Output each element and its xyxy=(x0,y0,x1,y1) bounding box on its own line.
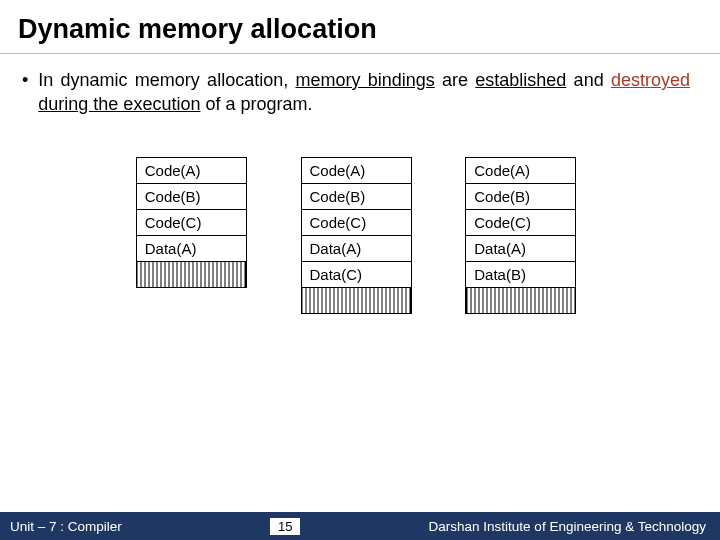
text-lead: In dynamic memory allocation, xyxy=(38,70,295,90)
bullet-item: • In dynamic memory allocation, memory b… xyxy=(22,68,690,117)
free-cell xyxy=(136,261,246,287)
memory-table: Code(A)Code(B)Code(C)Data(A) xyxy=(136,157,247,288)
text-u2: established xyxy=(475,70,566,90)
footer-page-number: 15 xyxy=(270,518,300,535)
memory-cell: Code(B) xyxy=(301,183,411,209)
table-row: Code(C) xyxy=(301,209,411,235)
memory-cell: Code(B) xyxy=(466,183,576,209)
table-row: Code(C) xyxy=(466,209,576,235)
table-row xyxy=(466,287,576,313)
free-cell xyxy=(466,287,576,313)
text-tail: of a program. xyxy=(200,94,312,114)
table-row: Code(C) xyxy=(136,209,246,235)
table-row xyxy=(301,287,411,313)
bullet-text: In dynamic memory allocation, memory bin… xyxy=(38,68,690,117)
table-row: Data(A) xyxy=(136,235,246,261)
memory-cell: Data(C) xyxy=(301,261,411,287)
footer-unit: Unit – 7 : Compiler xyxy=(10,519,122,534)
table-row: Code(B) xyxy=(301,183,411,209)
memory-cell: Data(A) xyxy=(466,235,576,261)
table-row: Code(A) xyxy=(301,157,411,183)
table-row: Code(B) xyxy=(466,183,576,209)
table-row: Data(B) xyxy=(466,261,576,287)
slide-title: Dynamic memory allocation xyxy=(0,0,720,54)
memory-table: Code(A)Code(B)Code(C)Data(A)Data(C) xyxy=(301,157,412,314)
text-mid1: are xyxy=(435,70,476,90)
slide-footer: Unit – 7 : Compiler 15 Darshan Institute… xyxy=(0,512,720,540)
bullet-dot: • xyxy=(22,68,28,117)
text-u1: memory bindings xyxy=(295,70,434,90)
memory-cell: Code(A) xyxy=(466,157,576,183)
table-row: Data(A) xyxy=(466,235,576,261)
memory-table: Code(A)Code(B)Code(C)Data(A)Data(B) xyxy=(465,157,576,314)
memory-cell: Code(B) xyxy=(136,183,246,209)
table-row: Data(C) xyxy=(301,261,411,287)
memory-cell: Data(A) xyxy=(136,235,246,261)
memory-cell: Data(B) xyxy=(466,261,576,287)
table-row: Code(B) xyxy=(136,183,246,209)
memory-cell: Data(A) xyxy=(301,235,411,261)
table-row: Code(A) xyxy=(466,157,576,183)
table-row: Data(A) xyxy=(301,235,411,261)
table-row xyxy=(136,261,246,287)
slide-body: • In dynamic memory allocation, memory b… xyxy=(0,54,720,314)
text-mid2: and xyxy=(566,70,611,90)
text-u3b: during the execution xyxy=(38,94,200,114)
footer-org: Darshan Institute of Engineering & Techn… xyxy=(429,519,706,534)
memory-cell: Code(C) xyxy=(301,209,411,235)
text-u3a: destroyed xyxy=(611,70,690,90)
memory-tables-row: Code(A)Code(B)Code(C)Data(A)Code(A)Code(… xyxy=(22,157,690,314)
table-row: Code(A) xyxy=(136,157,246,183)
memory-cell: Code(A) xyxy=(301,157,411,183)
memory-cell: Code(C) xyxy=(466,209,576,235)
free-cell xyxy=(301,287,411,313)
footer-page-wrap: 15 xyxy=(132,518,439,535)
memory-cell: Code(C) xyxy=(136,209,246,235)
memory-cell: Code(A) xyxy=(136,157,246,183)
